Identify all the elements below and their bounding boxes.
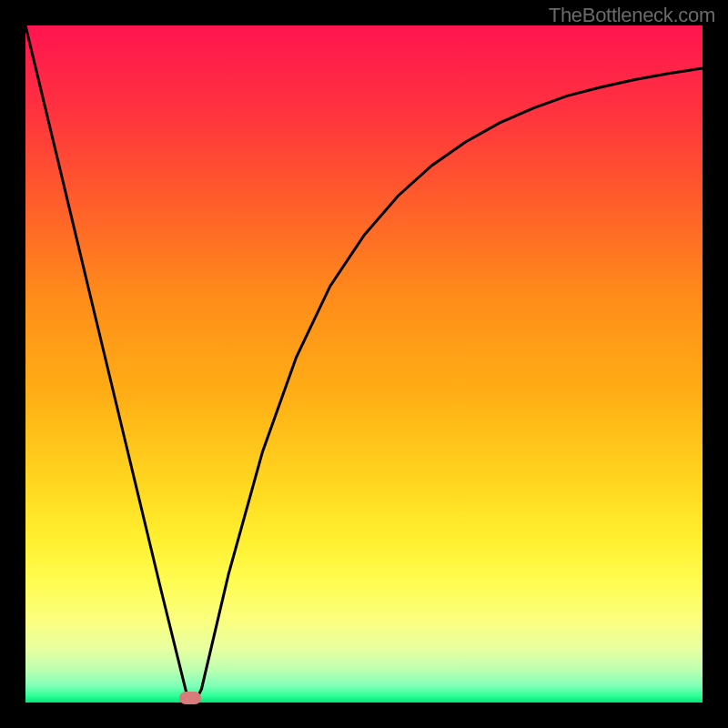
minimum-marker: [179, 692, 201, 704]
gradient-background: [25, 25, 703, 703]
chart-area: [25, 25, 703, 703]
attribution-text: TheBottleneck.com: [549, 4, 715, 27]
svg-rect-0: [25, 25, 703, 703]
